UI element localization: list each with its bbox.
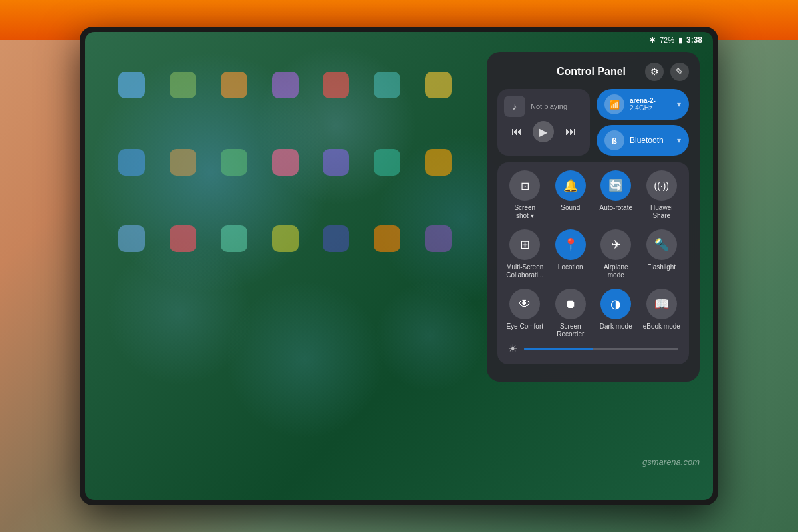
media-top: ♪ Not playing [504, 96, 583, 117]
app-icon[interactable] [118, 72, 145, 98]
auto-rotate-icon: 🔄 [608, 178, 623, 193]
toggle-sound[interactable]: 🔔 Sound [551, 170, 591, 220]
toggle-flashlight[interactable]: 🔦 Flashlight [642, 229, 682, 279]
media-player-card: ♪ Not playing ⏮ ▶ ⏭ [497, 89, 590, 156]
multiscreen-icon: ⊞ [520, 237, 530, 252]
huawei-share-label: HuaweiShare [650, 204, 672, 220]
sound-icon: 🔔 [563, 178, 578, 193]
control-panel-header: Control Panel ⚙ ✎ [497, 63, 689, 81]
status-bar: ✱ 72% ▮ 3:38 [85, 32, 713, 48]
app-icon[interactable] [118, 149, 145, 176]
wifi-icon-circle: 📶 [604, 94, 624, 114]
flashlight-label: Flashlight [647, 263, 676, 271]
huawei-share-icon-bg: ((·)) [646, 170, 677, 201]
screen-recorder-icon-bg: ⏺ [555, 289, 586, 319]
bt-icon-circle: ß [604, 130, 624, 150]
bluetooth-status-icon: ✱ [649, 35, 656, 45]
app-icon[interactable] [425, 149, 452, 176]
app-icon[interactable] [323, 225, 349, 252]
app-icon[interactable] [272, 149, 299, 176]
airplane-icon-bg: ✈ [600, 229, 631, 260]
wifi-info: arena-2- 2.4GHz [630, 97, 672, 112]
toggle-screenshot[interactable]: ⊡ Screenshot ▾ [505, 170, 545, 220]
music-icon: ♪ [513, 101, 517, 112]
wifi-name: arena-2- [630, 97, 672, 104]
screenshot-label: Screenshot ▾ [514, 204, 535, 220]
toggles-grid: ⊡ Screenshot ▾ 🔔 Sound 🔄 [505, 170, 681, 338]
screenshot-icon-bg: ⊡ [509, 170, 540, 201]
ebook-mode-icon: 📖 [654, 297, 669, 311]
toggle-auto-rotate[interactable]: 🔄 Auto-rotate [597, 170, 636, 220]
screenshot-icon: ⊡ [521, 180, 529, 192]
auto-rotate-icon-bg: 🔄 [600, 170, 631, 201]
battery-icon: ▮ [678, 36, 682, 45]
dark-mode-icon-bg: ◑ [600, 289, 631, 319]
multiscreen-label: Multi-ScreenCollaborati... [506, 263, 543, 279]
brightness-slider[interactable] [524, 348, 678, 350]
toggle-airplane[interactable]: ✈ Airplanemode [597, 229, 636, 279]
edit-button[interactable]: ✎ [670, 63, 689, 81]
toggle-huawei-share[interactable]: ((·)) HuaweiShare [642, 170, 682, 220]
time-display: 3:38 [686, 35, 702, 45]
toggle-screen-recorder[interactable]: ⏺ ScreenRecorder [551, 289, 591, 338]
wifi-button[interactable]: 📶 arena-2- 2.4GHz ▾ [597, 89, 689, 120]
location-label: Location [558, 263, 583, 271]
auto-rotate-label: Auto-rotate [600, 204, 632, 212]
app-icon[interactable] [323, 72, 349, 98]
app-icon[interactable] [170, 72, 196, 98]
app-icon[interactable] [170, 225, 196, 252]
not-playing-label: Not playing [531, 102, 567, 110]
battery-percent: 72% [660, 36, 674, 44]
huawei-share-icon: ((·)) [654, 180, 669, 191]
wifi-band: 2.4GHz [630, 104, 672, 112]
flashlight-icon: 🔦 [654, 237, 669, 252]
app-icon[interactable] [221, 149, 247, 176]
prev-button[interactable]: ⏮ [507, 122, 526, 141]
settings-icon: ⚙ [650, 66, 659, 77]
sound-icon-bg: 🔔 [555, 170, 586, 201]
bluetooth-button[interactable]: ß Bluetooth ▾ [597, 125, 689, 156]
sound-label: Sound [561, 204, 580, 212]
brightness-icon: ☀ [508, 342, 517, 355]
app-icon[interactable] [170, 149, 196, 176]
app-icon[interactable] [221, 225, 247, 252]
media-controls: ⏮ ▶ ⏭ [504, 121, 583, 142]
toggle-eye-comfort[interactable]: 👁 Eye Comfort [505, 289, 545, 338]
app-icon[interactable] [118, 225, 145, 252]
app-icon[interactable] [272, 225, 299, 252]
app-icon[interactable] [374, 225, 400, 252]
network-card: 📶 arena-2- 2.4GHz ▾ ß Bluetooth ▾ [597, 89, 689, 156]
screen-recorder-label: ScreenRecorder [557, 323, 584, 338]
app-icon[interactable] [221, 72, 247, 98]
app-icon[interactable] [374, 72, 400, 98]
settings-button[interactable]: ⚙ [645, 63, 664, 81]
screen-recorder-icon: ⏺ [565, 297, 577, 311]
next-button[interactable]: ⏭ [561, 122, 580, 141]
edit-icon: ✎ [676, 66, 684, 77]
app-icon[interactable] [425, 225, 452, 252]
watermark: gsmarena.com [642, 457, 700, 467]
multiscreen-icon-bg: ⊞ [509, 229, 540, 260]
header-icons: ⚙ ✎ [645, 63, 689, 81]
app-icon[interactable] [374, 149, 400, 176]
app-icon[interactable] [323, 149, 349, 176]
toggle-dark-mode[interactable]: ◑ Dark mode [597, 289, 636, 338]
toggle-ebook-mode[interactable]: 📖 eBook mode [642, 289, 682, 338]
bluetooth-label: Bluetooth [630, 136, 672, 145]
top-row: ♪ Not playing ⏮ ▶ ⏭ 📶 [497, 89, 689, 156]
brightness-row: ☀ [505, 338, 681, 356]
play-button[interactable]: ▶ [533, 121, 554, 142]
dark-mode-label: Dark mode [600, 323, 632, 331]
toggle-location[interactable]: 📍 Location [551, 229, 591, 279]
app-grid [105, 59, 480, 460]
ebook-mode-label: eBook mode [643, 323, 680, 331]
bluetooth-icon: ß [612, 136, 617, 146]
music-icon-bg: ♪ [504, 96, 525, 117]
app-icon[interactable] [272, 72, 299, 98]
app-icon[interactable] [425, 72, 452, 98]
eye-comfort-icon-bg: 👁 [509, 289, 540, 319]
eye-comfort-label: Eye Comfort [506, 323, 543, 331]
toggle-multiscreen[interactable]: ⊞ Multi-ScreenCollaborati... [505, 229, 545, 279]
toggles-section: ⊡ Screenshot ▾ 🔔 Sound 🔄 [497, 162, 689, 364]
location-icon-bg: 📍 [555, 229, 586, 260]
